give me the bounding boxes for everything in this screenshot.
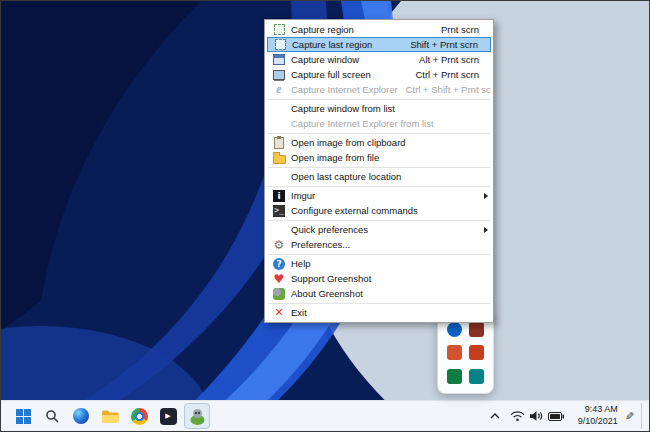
menu-item-shortcut: Ctrl + Prnt scrn [407,69,479,80]
menu-separator [268,186,490,187]
tray-clock-time: 9:43 AM [572,404,618,416]
network-volume-battery-button[interactable] [508,404,567,428]
chevron-up-icon [489,412,501,420]
folder-image-icon [273,155,286,164]
taskbar-app-area [4,403,210,429]
tray-app-icon-1[interactable] [447,322,462,337]
file-explorer-app[interactable] [97,403,123,429]
help-icon [273,258,285,270]
search-button[interactable] [39,403,65,429]
menu-item-label: Preferences... [291,239,350,250]
menu-item-label: Capture Internet Explorer from list [291,118,434,129]
menu-item-capture-internet-explorer: Capture Internet Explorer Ctrl + Shift +… [267,82,491,97]
chrome-app[interactable] [126,403,152,429]
menu-item-shortcut: Shift + Prnt scrn [402,39,478,50]
menu-item-exit[interactable]: Exit [267,305,491,320]
file-explorer-icon [101,409,119,424]
menu-separator [268,133,490,134]
menu-item-open-last-capture-location[interactable]: Open last capture location [267,169,491,184]
menu-item-label: Capture Internet Explorer [291,84,398,95]
menu-separator [268,167,490,168]
chrome-icon [131,408,148,425]
menu-item-capture-window[interactable]: Capture window Alt + Prnt scrn [267,52,491,67]
internet-explorer-icon [276,82,281,97]
wifi-icon [510,410,525,422]
menu-separator [268,99,490,100]
menu-item-capture-internet-explorer-from-list: Capture Internet Explorer from list [267,116,491,131]
menu-item-label: Configure external commands [291,205,418,216]
tray-app-icon-4[interactable] [469,345,484,360]
menu-item-configure-external-commands[interactable]: Configure external commands [267,203,491,218]
greenshot-icon [273,288,285,300]
submenu-arrow-icon [484,227,488,233]
menu-item-open-image-from-clipboard[interactable]: Open image from clipboard [267,135,491,150]
show-desktop-strip[interactable] [641,403,644,429]
show-hidden-icons-button[interactable] [487,404,503,428]
capture-region-icon [274,24,285,35]
greenshot-app[interactable] [184,403,210,429]
menu-item-label: Capture full screen [291,69,371,80]
tray-app-icon-6[interactable] [469,369,484,384]
menu-item-label: Capture window from list [291,103,395,114]
volume-icon [529,410,544,422]
menu-item-label: Imgur [291,190,315,201]
taskbar-tray-area: 9:43 AM 9/10/2021 [487,403,648,429]
external-commands-icon [273,205,285,217]
menu-item-help[interactable]: Help [267,256,491,271]
heart-icon [274,273,285,285]
menu-item-label: Support Greenshot [291,273,371,284]
capture-window-icon [273,54,285,65]
menu-item-support-greenshot[interactable]: Support Greenshot [267,271,491,286]
media-player-icon [160,408,177,425]
capture-full-screen-icon [273,70,285,80]
menu-item-shortcut: Alt + Prnt scrn [411,54,479,65]
imgur-icon [273,190,285,202]
menu-item-shortcut: Prnt scrn [433,24,479,35]
menu-separator [268,303,490,304]
start-button[interactable] [10,403,36,429]
greenshot-context-menu: Capture region Prnt scrn Capture last re… [264,19,494,323]
taskbar: 9:43 AM 9/10/2021 [1,400,650,431]
greenshot-icon [188,407,207,426]
menu-item-label: Capture last region [292,39,372,50]
menu-item-label: Open image from clipboard [291,137,406,148]
menu-item-label: Capture window [291,54,359,65]
windows-logo-icon [16,409,31,424]
menu-item-capture-full-screen[interactable]: Capture full screen Ctrl + Prnt scrn [267,67,491,82]
media-app[interactable] [155,403,181,429]
menu-item-label: Open image from file [291,152,379,163]
battery-icon [548,412,565,421]
edge-icon [72,407,90,425]
menu-item-imgur[interactable]: Imgur [267,188,491,203]
tray-clock-date: 9/10/2021 [572,416,618,428]
tray-app-icon-3[interactable] [447,345,462,360]
menu-item-capture-last-region[interactable]: Capture last region Shift + Prnt scrn [267,37,491,52]
gear-icon [274,239,285,251]
exit-icon [274,307,283,318]
tray-clock[interactable]: 9:43 AM 9/10/2021 [572,404,618,427]
desktop: Capture region Prnt scrn Capture last re… [0,0,650,432]
submenu-arrow-icon [484,193,488,199]
menu-item-shortcut: Ctrl + Shift + Prnt scrn [398,84,491,95]
pen-icon [625,410,634,423]
search-icon [45,409,59,423]
tray-overflow-flyout [437,312,494,394]
menu-item-label: About Greenshot [291,288,363,299]
menu-item-open-image-from-file[interactable]: Open image from file [267,150,491,165]
menu-item-about-greenshot[interactable]: About Greenshot [267,286,491,301]
tray-app-icon-2[interactable] [469,322,484,337]
clipboard-icon [274,137,284,149]
menu-item-label: Exit [291,307,307,318]
menu-item-preferences[interactable]: Preferences... [267,237,491,252]
menu-item-capture-window-from-list[interactable]: Capture window from list [267,101,491,116]
menu-separator [268,220,490,221]
menu-separator [268,254,490,255]
menu-item-label: Capture region [291,24,354,35]
menu-item-capture-region[interactable]: Capture region Prnt scrn [267,22,491,37]
menu-item-quick-preferences[interactable]: Quick preferences [267,222,491,237]
tray-app-icon-5[interactable] [447,369,462,384]
edge-app[interactable] [68,403,94,429]
menu-item-label: Quick preferences [291,224,368,235]
pen-workspace-button[interactable] [623,404,636,428]
menu-item-label: Open last capture location [291,171,401,182]
